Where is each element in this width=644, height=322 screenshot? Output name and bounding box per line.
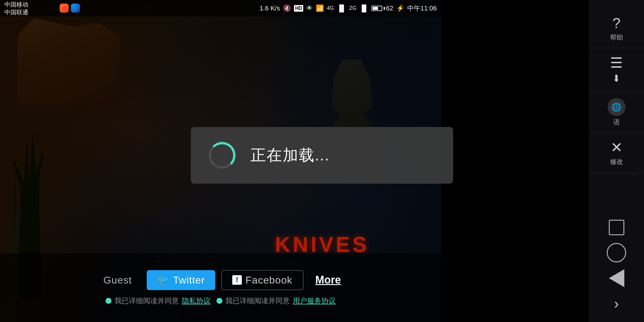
nav-square-icon bbox=[609, 220, 624, 235]
check-dot-2 bbox=[216, 298, 222, 304]
terms-check-1: 我已详细阅读并同意 隐私协议 bbox=[106, 296, 210, 306]
game-title: KNIVES bbox=[275, 232, 369, 257]
language-icon: 🌐 bbox=[611, 102, 622, 112]
battery-pct: 62 bbox=[386, 4, 393, 12]
loading-spinner bbox=[209, 142, 236, 169]
nav-forward-button[interactable]: › bbox=[606, 293, 627, 314]
help-icon: ? bbox=[612, 15, 620, 31]
toolbar-settings[interactable]: ✕ 修改 bbox=[589, 133, 644, 173]
settings-icon: ✕ bbox=[611, 139, 623, 156]
toolbar-help[interactable]: ? 帮助 bbox=[589, 9, 644, 48]
2g-icon: 2G bbox=[349, 5, 356, 11]
nav-arrow-right-icon: › bbox=[614, 295, 619, 312]
game-logo: KNIVES bbox=[262, 233, 382, 256]
app-icon-2: 🔵 bbox=[71, 4, 80, 13]
battery-indicator: 62 bbox=[371, 4, 393, 12]
mute-icon: 🔇 bbox=[283, 4, 291, 12]
toolbar-menu[interactable]: ☰ ⬇ bbox=[589, 48, 644, 92]
status-right: 1.6 K/s 🔇 HD 👁 📶 4G ▐▌ 2G ▐▌ 62 ⚡ 中午11:0… bbox=[259, 4, 437, 13]
download-icon: ⬇ bbox=[612, 73, 620, 84]
settings-label: 修改 bbox=[610, 157, 623, 166]
terms-text2: 我已详细阅读并同意 bbox=[225, 296, 290, 306]
eye-icon: 👁 bbox=[306, 4, 313, 12]
nav-back-button[interactable] bbox=[606, 268, 627, 289]
loading-dialog: 正在加载... bbox=[191, 127, 453, 184]
hd-icon: HD bbox=[294, 5, 303, 12]
menu-icon: ☰ bbox=[610, 54, 623, 71]
app-icons: 🔴 🔵 bbox=[60, 4, 80, 13]
carrier2-label: 中国联通 bbox=[4, 8, 28, 16]
facebook-icon: f bbox=[232, 275, 242, 285]
facebook-label: Facebook bbox=[245, 274, 292, 286]
bottom-area: Guest 🐦 Twitter f Facebook More 我已详细阅读并同… bbox=[0, 253, 441, 322]
carrier-info: 中国移动 中国联通 bbox=[4, 1, 28, 16]
toolbar-separator bbox=[595, 174, 639, 174]
battery-fill bbox=[373, 7, 378, 10]
nav-home-button[interactable] bbox=[606, 242, 627, 263]
4g-icon: 4G bbox=[327, 5, 334, 11]
signal-icon: ▐▌ bbox=[337, 4, 346, 12]
facebook-button[interactable]: f Facebook bbox=[221, 270, 303, 290]
charge-icon: ⚡ bbox=[396, 4, 404, 12]
time-label: 中午11:06 bbox=[407, 4, 437, 13]
nav-circle-icon bbox=[607, 243, 626, 262]
toolbar-language[interactable]: 🌐 语 bbox=[589, 92, 644, 133]
terms-row: 我已详细阅读并同意 隐私协议 我已详细阅读并同意 用户服务协议 bbox=[106, 296, 336, 306]
language-circle: 🌐 bbox=[608, 98, 626, 116]
terms-link2[interactable]: 用户服务协议 bbox=[293, 296, 336, 306]
battery-body bbox=[371, 6, 382, 11]
nav-buttons: › bbox=[589, 209, 644, 322]
wifi-icon: 📶 bbox=[316, 4, 324, 12]
speed-indicator: 1.6 K/s bbox=[259, 4, 280, 12]
right-toolbar: ? 帮助 ☰ ⬇ 🌐 语 ✕ 修改 › bbox=[589, 0, 644, 322]
nav-recents-button[interactable] bbox=[606, 217, 627, 238]
login-buttons: Guest 🐦 Twitter f Facebook More bbox=[94, 270, 347, 290]
signal2-icon: ▐▌ bbox=[359, 4, 369, 12]
check-dot-1 bbox=[106, 298, 112, 304]
battery-tip bbox=[384, 7, 385, 10]
terms-text1: 我已详细阅读并同意 bbox=[114, 296, 179, 306]
twitter-label: Twitter bbox=[173, 274, 205, 286]
terms-check-2: 我已详细阅读并同意 用户服务协议 bbox=[216, 296, 336, 306]
more-button[interactable]: More bbox=[309, 270, 347, 290]
carrier1-label: 中国移动 bbox=[4, 1, 28, 8]
terms-link1[interactable]: 隐私协议 bbox=[182, 296, 210, 306]
help-label: 帮助 bbox=[610, 33, 623, 42]
nav-triangle-icon bbox=[609, 269, 624, 287]
twitter-icon: 🐦 bbox=[157, 274, 169, 286]
guest-button[interactable]: Guest bbox=[94, 271, 141, 290]
loading-text: 正在加载... bbox=[250, 145, 329, 166]
twitter-button[interactable]: 🐦 Twitter bbox=[147, 270, 215, 290]
app-icon-1: 🔴 bbox=[60, 4, 69, 13]
language-label: 语 bbox=[613, 118, 620, 127]
